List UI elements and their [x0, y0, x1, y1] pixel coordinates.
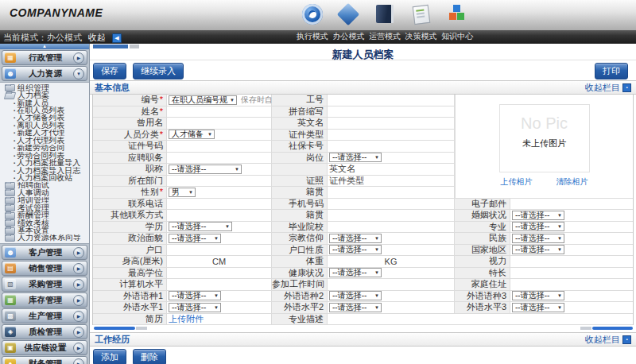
- chevron-circle-icon[interactable]: ▶: [73, 311, 84, 322]
- scrollbar-thumb-left[interactable]: [94, 327, 135, 330]
- sidebar-item[interactable]: ▪新建劳动合同: [4, 145, 89, 152]
- mode-clock[interactable]: 执行模式: [294, 0, 331, 44]
- sidebar-item[interactable]: 绩效考核: [4, 219, 89, 227]
- field-input[interactable]: [167, 141, 272, 152]
- sidebar-item[interactable]: 招聘面试: [4, 182, 89, 189]
- select-control[interactable]: --请选择--▼: [169, 222, 232, 231]
- sidebar-item[interactable]: ▪离职人员列表: [4, 122, 89, 129]
- chevron-circle-icon[interactable]: ▶: [73, 343, 84, 354]
- chevron-circle-icon[interactable]: ▼: [73, 68, 84, 79]
- select-control[interactable]: --请选择--▼: [329, 153, 382, 162]
- field-input[interactable]: [167, 210, 272, 221]
- chevron-circle-icon[interactable]: ▶: [73, 247, 84, 258]
- sidebar-item[interactable]: ▪劳动合同列表: [4, 152, 89, 159]
- sidebar-item[interactable]: 薪酬管理: [4, 211, 89, 219]
- select-control[interactable]: --请选择--▼: [169, 303, 221, 312]
- field-input[interactable]: [167, 106, 272, 118]
- sidebar-section-supply-chain[interactable]: 供应链设置▶: [2, 340, 87, 355]
- select-control[interactable]: --请选择--▼: [329, 234, 382, 243]
- field-input[interactable]: [167, 118, 272, 129]
- mode-operation[interactable]: 运营模式: [366, 0, 403, 44]
- collapse-arrow-icon[interactable]: ◀: [112, 33, 122, 43]
- sidebar-section-production[interactable]: 生产管理▶: [2, 308, 87, 323]
- sidebar-item[interactable]: ▪人力档案回收站: [4, 174, 89, 181]
- mode-decision[interactable]: 决策模式: [403, 0, 440, 44]
- chevron-circle-icon[interactable]: ▶: [73, 279, 84, 290]
- collapse-section-control[interactable]: 收起栏目 ▪: [585, 81, 631, 94]
- field-input[interactable]: [510, 199, 633, 210]
- chevron-circle-icon[interactable]: ▶: [73, 263, 84, 274]
- field-input[interactable]: [510, 279, 633, 290]
- field-input[interactable]: [167, 176, 272, 187]
- mode-label[interactable]: 决策模式: [403, 31, 440, 42]
- select-control[interactable]: --请选择--▼: [329, 291, 382, 300]
- sidebar-item[interactable]: 考试管理: [4, 204, 89, 211]
- sidebar-item[interactable]: 培训管理: [4, 197, 89, 204]
- sidebar-item[interactable]: ▪人力档案导入日志: [4, 167, 89, 174]
- sidebar-section-hr-person[interactable]: 人力资源▼: [2, 66, 87, 81]
- sidebar-item[interactable]: 基本设置: [4, 227, 89, 234]
- select-control[interactable]: --请选择--▼: [512, 222, 564, 231]
- field-input[interactable]: [328, 106, 455, 118]
- mode-office[interactable]: 办公模式: [331, 0, 367, 44]
- sidebar-item[interactable]: 人事调动: [4, 189, 89, 196]
- field-input[interactable]: [167, 199, 272, 210]
- field-input[interactable]: [328, 279, 455, 290]
- continue-entry-button[interactable]: 继续录入: [133, 63, 184, 79]
- sidebar-section-finance[interactable]: 财务管理▶: [2, 356, 87, 364]
- select-control[interactable]: --请选择--▼: [512, 291, 564, 300]
- select-control[interactable]: 男▼: [169, 188, 196, 197]
- upload-photo-link[interactable]: 上传相片: [501, 176, 533, 188]
- sidebar-item[interactable]: ▪在职人员列表: [4, 106, 89, 114]
- field-input[interactable]: [328, 222, 455, 233]
- field-input[interactable]: [328, 199, 455, 210]
- sidebar-item[interactable]: ▪新建人才代理: [4, 130, 89, 137]
- chevron-circle-icon[interactable]: ▶: [73, 295, 84, 306]
- select-control[interactable]: --请选择--▼: [329, 245, 382, 254]
- select-control[interactable]: --请选择--▼: [169, 291, 221, 300]
- mode-label[interactable]: 执行模式: [294, 31, 331, 42]
- field-input[interactable]: [167, 153, 272, 164]
- select-control[interactable]: --请选择--▼: [329, 303, 382, 312]
- field-input[interactable]: [167, 268, 272, 279]
- sidebar-section-customers[interactable]: 客户管理▶: [2, 245, 87, 260]
- select-control[interactable]: --请选择--▼: [169, 165, 242, 174]
- sidebar-collapse-bar[interactable]: ▲: [0, 44, 89, 49]
- chevron-circle-icon[interactable]: ▶: [73, 327, 84, 338]
- field-input[interactable]: [328, 314, 633, 325]
- sidebar-item[interactable]: 人力档案: [4, 91, 89, 99]
- sidebar-item[interactable]: ▪人力档案批量导入: [4, 159, 89, 166]
- collapse-section-label[interactable]: 收起栏目: [585, 81, 620, 94]
- field-input[interactable]: [328, 187, 455, 198]
- sidebar-item[interactable]: ▪新建人员: [4, 99, 89, 106]
- field-input[interactable]: [328, 118, 455, 129]
- field-input[interactable]: [510, 268, 633, 279]
- upload-attachment-link[interactable]: 上传附件: [169, 313, 204, 325]
- delete-button[interactable]: 删除: [133, 349, 166, 364]
- select-control[interactable]: --请选择--▼: [512, 303, 564, 312]
- field-input[interactable]: [510, 256, 633, 267]
- chevron-circle-icon[interactable]: ▶: [73, 52, 84, 64]
- scrollbar-thumb-right[interactable]: [592, 327, 633, 330]
- sidebar-section-quality[interactable]: 质检管理▶: [2, 324, 87, 339]
- sidebar-item[interactable]: 组织管理: [4, 84, 89, 91]
- chevron-circle-icon[interactable]: ▶: [73, 358, 84, 364]
- select-control[interactable]: --请选择--▼: [512, 234, 564, 243]
- select-control[interactable]: --请选择--▼: [169, 234, 221, 243]
- mode-label[interactable]: 运营模式: [366, 31, 403, 42]
- select-control[interactable]: --请选择--▼: [512, 245, 564, 254]
- mode-label[interactable]: 知识中心: [439, 31, 475, 42]
- clear-photo-link[interactable]: 清除相片: [556, 176, 588, 188]
- select-control[interactable]: --请选择--▼: [329, 268, 382, 277]
- collapse-section-icon[interactable]: ▪: [622, 83, 631, 92]
- select-control[interactable]: 在职人员编号规▼: [169, 95, 237, 105]
- field-input[interactable]: [328, 130, 455, 141]
- sidebar-section-admin-boxes[interactable]: 行政管理▶: [2, 50, 87, 65]
- add-button[interactable]: 添加: [93, 349, 126, 364]
- select-control[interactable]: 人才储备▼: [169, 130, 215, 139]
- collapse-section-label[interactable]: 收起栏目: [585, 333, 620, 346]
- field-input[interactable]: [167, 279, 272, 290]
- select-control[interactable]: --请选择--▼: [512, 211, 564, 220]
- mode-knowledge[interactable]: 知识中心: [439, 0, 475, 44]
- print-button[interactable]: 打印: [595, 63, 628, 79]
